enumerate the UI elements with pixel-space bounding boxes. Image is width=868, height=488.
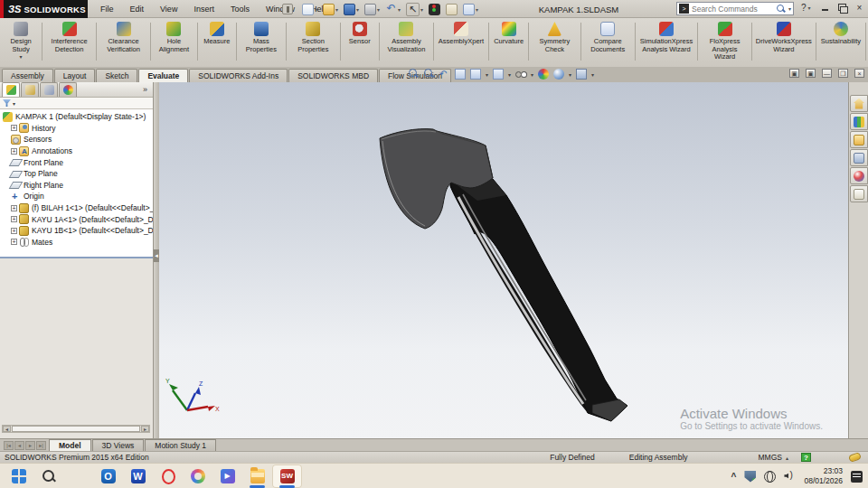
tree-item[interactable]: History (0, 123, 153, 135)
ribbon-button[interactable]: Measure ▾ (200, 20, 234, 63)
quick-tips-icon[interactable]: ? (801, 453, 811, 462)
ribbon-button[interactable]: DriveWorksXpress Wizard ▾ (754, 20, 814, 63)
task-pane-design-library-button[interactable] (850, 113, 868, 130)
expand-plus-icon[interactable] (11, 125, 17, 131)
units-selector[interactable]: MMGS (759, 453, 782, 462)
expand-plus-icon[interactable] (11, 205, 17, 211)
save-button[interactable]: ▾ (342, 4, 361, 15)
ribbon-button[interactable]: Sustainability ▾ (818, 20, 863, 63)
ribbon-button[interactable]: Sensor ▾ (343, 20, 377, 63)
units-caret-icon[interactable]: ▴ (786, 455, 788, 461)
undo-button[interactable]: ↶▾ (383, 4, 402, 15)
volume-icon[interactable] (784, 471, 796, 483)
last-tab-icon[interactable]: ▸| (36, 441, 46, 450)
minimize-button[interactable] (819, 3, 831, 14)
command-tab[interactable]: SOLIDWORKS Add-Ins (189, 69, 288, 82)
taskbar-app-button[interactable]: SW (272, 465, 302, 488)
ribbon-button[interactable]: Section Properties ▾ (288, 20, 338, 63)
taskbar-app-button[interactable] (153, 465, 183, 488)
bottom-tab[interactable]: 3D Views (92, 439, 145, 451)
ribbon-button[interactable]: Curvature ▾ (491, 20, 526, 63)
tree-item[interactable]: Front Plane (0, 156, 153, 168)
tree-item[interactable]: Sensors (0, 134, 153, 145)
tree-item[interactable]: KAYU 1B<1> (Default<<Default>_Disp (0, 225, 153, 237)
zoom-to-area-icon[interactable] (424, 69, 435, 80)
tree-item[interactable]: KAYU 1A<1> (Default<<Default>_Disp (0, 213, 153, 225)
tree-item[interactable]: (f) BILAH 1<1> (Default<<Default>_Di (0, 202, 153, 214)
edit-appearance-icon[interactable] (538, 69, 549, 80)
rebuild-button[interactable] (427, 4, 442, 15)
ribbon-button[interactable]: Compare Documents ▾ (583, 20, 633, 63)
bottom-tab[interactable]: Motion Study 1 (145, 439, 216, 451)
security-shield-icon[interactable] (744, 471, 756, 483)
command-tab[interactable]: SOLIDWORKS MBD (288, 69, 378, 82)
ribbon-button[interactable]: Interference Detection ▾ (44, 20, 94, 63)
ribbon-button[interactable]: Symmetry Check ▾ (531, 20, 579, 63)
command-tab[interactable]: Layout (54, 69, 96, 82)
tree-item[interactable]: Annotations (0, 145, 153, 157)
ribbon-button[interactable]: Assembly Visualization ▾ (382, 20, 431, 63)
ribbon-button[interactable]: Design Study ▾ (2, 20, 40, 63)
taskbar-app-button[interactable] (183, 465, 212, 488)
menu-item[interactable]: Tools (222, 0, 258, 18)
ribbon-button[interactable]: Clearance Verification ▾ (99, 20, 148, 63)
tab-featuremanager-tree[interactable] (2, 82, 20, 97)
search-icon[interactable] (777, 5, 786, 14)
task-pane-custom-properties-button[interactable] (850, 185, 868, 202)
task-pane-file-explorer-button[interactable] (850, 131, 868, 148)
task-pane-home-button[interactable] (850, 95, 868, 112)
hide-show-items-icon[interactable] (515, 69, 526, 80)
search-input[interactable] (692, 5, 774, 14)
view-settings-icon[interactable] (576, 69, 587, 80)
file-properties-button[interactable] (444, 4, 459, 15)
tag-icon[interactable] (848, 452, 862, 463)
command-tab[interactable]: Sketch (96, 69, 137, 82)
taskbar-app-button[interactable] (33, 465, 63, 488)
pushpin-icon[interactable] (282, 4, 293, 14)
apply-scene-icon[interactable] (553, 69, 564, 80)
expand-plus-icon[interactable] (11, 216, 17, 222)
tab-display-manager[interactable] (59, 82, 77, 97)
view-orientation-icon[interactable] (470, 69, 481, 80)
tray-chevron-icon[interactable]: ^ (731, 472, 737, 482)
taskbar-app-button[interactable]: ▶ (212, 465, 242, 488)
prev-tab-icon[interactable]: ◂ (14, 441, 24, 450)
tree-item[interactable]: KAMPAK 1 (Default<Display State-1>) (0, 111, 153, 123)
bottom-tab[interactable]: Model (49, 439, 91, 451)
search-commands-box[interactable]: > ▾ (676, 2, 794, 15)
expand-plus-icon[interactable] (11, 228, 17, 234)
doc-tile-icon[interactable]: ▣ (789, 69, 799, 78)
taskbar-app-button[interactable]: O (93, 465, 123, 488)
tab-configuration-manager[interactable] (40, 82, 58, 97)
doc-restore-button[interactable]: ❐ (838, 69, 848, 78)
taskbar-clock[interactable]: 23:03 08/01/2026 (804, 466, 843, 485)
scrollbar-thumb[interactable] (12, 426, 140, 432)
panel-expand-chevron-icon[interactable]: » (143, 85, 147, 94)
ribbon-button[interactable]: Hole Alignment ▾ (153, 20, 195, 63)
help-button[interactable]: ?▾ (801, 3, 811, 13)
ribbon-button[interactable]: AssemblyXpert ▾ (436, 20, 486, 63)
expand-plus-icon[interactable] (11, 239, 17, 245)
notification-center-icon[interactable] (851, 471, 863, 483)
task-pane-appearances-button[interactable] (850, 167, 868, 184)
tree-item[interactable]: Origin (0, 191, 153, 202)
new-document-button[interactable]: ▾ (300, 4, 319, 15)
previous-view-icon[interactable]: ↶ (439, 69, 450, 80)
ribbon-button[interactable]: SimulationXpress Analysis Wizard ▾ (637, 20, 696, 63)
taskbar-app-button[interactable] (4, 465, 33, 488)
scroll-left-icon[interactable]: ◂ (3, 426, 11, 432)
command-tab[interactable]: Evaluate (138, 69, 188, 82)
display-style-icon[interactable] (493, 69, 504, 80)
restore-button[interactable] (836, 3, 848, 14)
taskbar-app-button[interactable] (63, 465, 93, 488)
graphics-viewport[interactable]: Y Z X Activate Windows Go to Settings to… (159, 82, 848, 438)
taskbar-app-button[interactable] (242, 465, 272, 488)
tree-item[interactable]: Top Plane (0, 168, 153, 180)
options-button[interactable]: ▾ (461, 4, 480, 15)
tree-item[interactable]: Mates (0, 237, 153, 249)
menu-item[interactable]: View (152, 0, 185, 18)
search-scope-icon[interactable]: > (679, 4, 689, 14)
ribbon-button[interactable]: FloXpress Analysis Wizard ▾ (700, 20, 750, 63)
menu-item[interactable]: Window (258, 0, 303, 18)
expand-plus-icon[interactable] (11, 148, 17, 155)
